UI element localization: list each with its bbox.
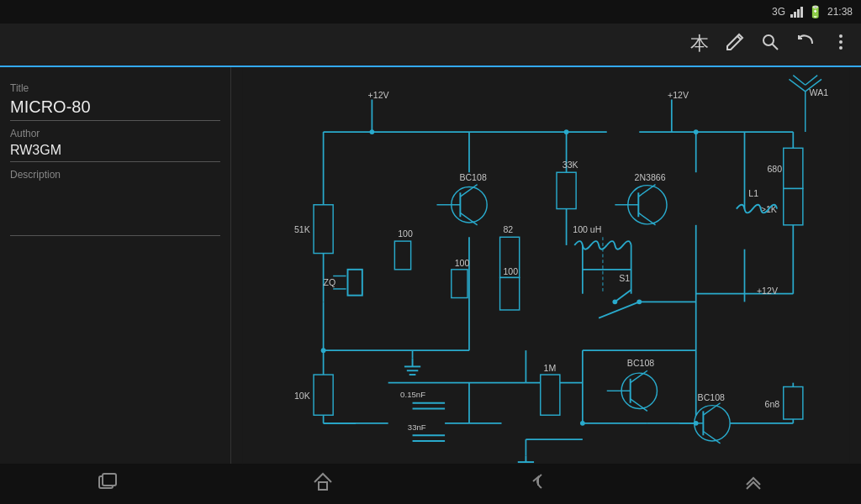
- svg-text:33K: 33K: [563, 160, 578, 170]
- svg-text:100: 100: [455, 258, 470, 268]
- svg-rect-51: [557, 172, 576, 208]
- book-icon[interactable]: 本: [688, 31, 710, 58]
- svg-point-134: [694, 421, 699, 426]
- svg-rect-59: [452, 270, 467, 298]
- svg-text:+12V: +12V: [757, 286, 779, 296]
- svg-point-3: [839, 34, 843, 38]
- svg-rect-136: [103, 474, 116, 486]
- svg-text:100: 100: [503, 266, 518, 276]
- more-icon[interactable]: [831, 32, 851, 57]
- network-indicator: 3G: [772, 6, 785, 18]
- svg-rect-104: [348, 270, 362, 296]
- svg-point-129: [370, 129, 375, 134]
- svg-text:+12V: +12V: [368, 90, 390, 100]
- svg-text:100 uH: 100 uH: [573, 224, 601, 234]
- svg-rect-67: [541, 375, 560, 415]
- search-icon[interactable]: [760, 32, 780, 57]
- signal-icon: [790, 6, 803, 18]
- svg-point-1: [763, 35, 774, 45]
- svg-rect-49: [314, 205, 333, 254]
- description-label: Description: [10, 169, 220, 181]
- svg-rect-61: [500, 277, 520, 310]
- svg-text:本: 本: [690, 33, 709, 53]
- author-value: RW3GM: [10, 143, 220, 162]
- scroll-up-icon[interactable]: [742, 470, 765, 498]
- svg-text:BC108: BC108: [698, 392, 725, 402]
- svg-text:6n8: 6n8: [765, 399, 780, 409]
- svg-text:L1: L1: [748, 188, 758, 198]
- sidebar: Title MICRO-80 Author RW3GM Description: [0, 67, 231, 464]
- svg-text:680: 680: [767, 164, 782, 174]
- author-label: Author: [10, 128, 220, 139]
- title-label: Title: [10, 82, 220, 94]
- svg-line-2: [773, 45, 779, 50]
- svg-point-132: [321, 348, 326, 353]
- svg-point-131: [694, 129, 699, 134]
- back-icon[interactable]: [526, 470, 550, 498]
- svg-text:BC108: BC108: [627, 358, 654, 368]
- svg-point-4: [839, 40, 843, 44]
- svg-text:100: 100: [398, 228, 413, 239]
- svg-rect-63: [784, 188, 803, 224]
- svg-point-110: [637, 299, 642, 304]
- svg-rect-137: [319, 482, 327, 490]
- svg-text:82: 82: [503, 224, 513, 234]
- svg-rect-65: [314, 375, 333, 415]
- svg-text:0.15nF: 0.15nF: [400, 390, 425, 399]
- edit-icon[interactable]: [725, 32, 745, 57]
- svg-rect-55: [394, 241, 410, 270]
- bottom-nav: [0, 464, 861, 504]
- svg-text:10K: 10K: [294, 391, 310, 401]
- svg-rect-53: [784, 148, 803, 188]
- svg-point-133: [580, 421, 585, 426]
- home-icon[interactable]: [311, 470, 335, 498]
- recent-apps-icon[interactable]: [96, 470, 119, 498]
- battery-icon: 🔋: [808, 5, 822, 18]
- svg-point-130: [564, 129, 569, 134]
- svg-text:33nF: 33nF: [408, 423, 426, 432]
- svg-text:2N3866: 2N3866: [634, 172, 665, 182]
- svg-text:1M: 1M: [544, 363, 557, 373]
- svg-text:ZQ: ZQ: [324, 277, 336, 287]
- svg-point-5: [839, 46, 843, 50]
- toolbar: 本: [0, 24, 861, 67]
- svg-text:+12V: +12V: [668, 90, 689, 100]
- svg-point-109: [612, 299, 617, 304]
- clock: 21:38: [827, 6, 853, 18]
- svg-text:WA1: WA1: [810, 87, 829, 97]
- svg-text:S1: S1: [619, 273, 630, 283]
- svg-text:BC108: BC108: [459, 172, 486, 182]
- svg-text:51K: 51K: [294, 224, 310, 234]
- title-value: MICRO-80: [10, 97, 220, 121]
- svg-rect-69: [784, 386, 803, 419]
- status-bar: 3G 🔋 21:38: [0, 0, 861, 24]
- circuit-area[interactable]: 51K 33K 680 100 82 100 100 >1K 10K 1M 6n…: [231, 67, 861, 464]
- undo-icon[interactable]: [795, 32, 816, 57]
- description-value[interactable]: [10, 186, 220, 236]
